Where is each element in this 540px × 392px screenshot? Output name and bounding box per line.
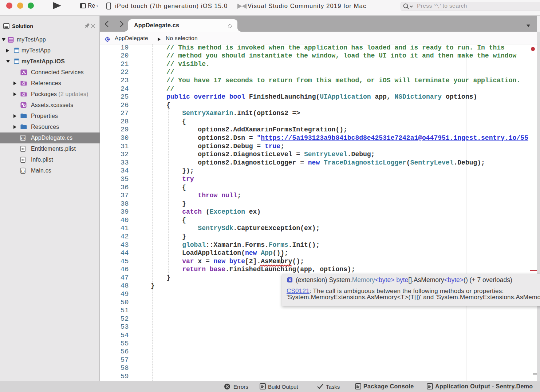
svg-text:C: C [106, 37, 109, 41]
svg-text:{ }: { } [21, 136, 25, 140]
svg-text:{ }: { } [21, 169, 25, 173]
